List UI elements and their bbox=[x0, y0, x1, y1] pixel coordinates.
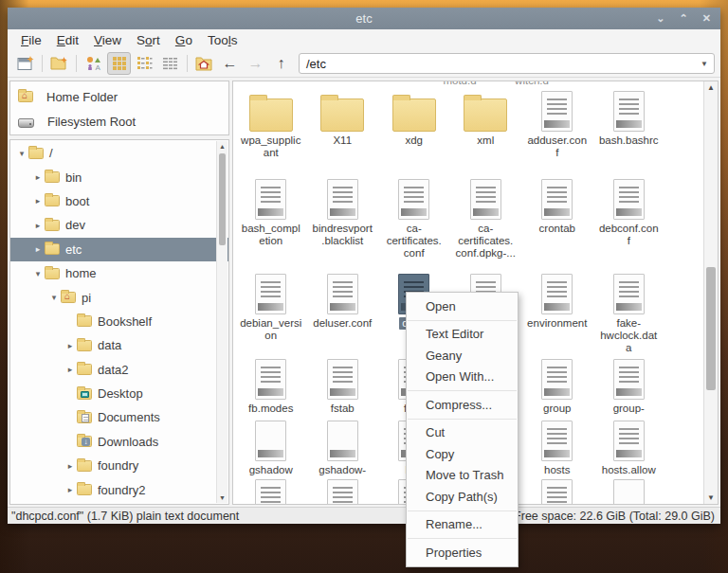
icon-view-button[interactable] bbox=[107, 52, 131, 75]
path-bar[interactable]: /etc ▼ bbox=[299, 53, 715, 74]
expander-closed-icon[interactable]: ▸ bbox=[31, 196, 45, 206]
file-item[interactable]: bindresvport .blacklist bbox=[307, 177, 379, 272]
context-menu-item-cut[interactable]: Cut bbox=[407, 422, 518, 444]
forward-button[interactable]: → bbox=[244, 52, 267, 75]
file-item[interactable] bbox=[593, 477, 665, 505]
file-item[interactable] bbox=[521, 477, 593, 505]
expander-open-icon[interactable]: ▾ bbox=[15, 149, 28, 158]
tree-item-root[interactable]: ▾/ bbox=[10, 141, 216, 165]
scroll-down-icon[interactable]: ▼ bbox=[217, 494, 228, 501]
close-icon[interactable]: ✕ bbox=[702, 13, 711, 24]
tree-item-foundry2[interactable]: ▸foundry2 bbox=[10, 477, 216, 501]
home-button[interactable] bbox=[192, 52, 216, 75]
context-menu-item-copy[interactable]: Copy bbox=[407, 443, 518, 465]
menubar-item-go[interactable]: Go bbox=[168, 31, 200, 49]
context-menu-item-geany[interactable]: Geany bbox=[407, 345, 518, 367]
titlebar[interactable]: etc ⌄ ⌃ ✕ bbox=[8, 8, 720, 29]
context-menu-item-text-editor[interactable]: Text Editor bbox=[407, 324, 518, 346]
expander-closed-icon[interactable]: ▸ bbox=[31, 172, 45, 182]
file-item[interactable]: group bbox=[521, 357, 593, 419]
menubar-item-tools[interactable]: Tools bbox=[200, 31, 246, 49]
context-menu-item-move-to-trash[interactable]: Move to Trash bbox=[407, 465, 518, 487]
tree-scrollbar-thumb[interactable] bbox=[219, 153, 226, 245]
tree-item-data[interactable]: ▸data bbox=[10, 333, 216, 357]
expander-open-icon[interactable]: ▾ bbox=[31, 269, 45, 278]
file-item[interactable]: X11 bbox=[307, 89, 379, 177]
new-window-button[interactable] bbox=[13, 52, 37, 75]
file-item[interactable]: xdg bbox=[378, 89, 450, 177]
file-item[interactable]: debian_versi on bbox=[235, 272, 307, 357]
compact-view-button[interactable] bbox=[133, 52, 156, 75]
tree-item-dev[interactable]: ▸dev bbox=[10, 213, 216, 237]
tree-item-boot[interactable]: ▸boot bbox=[10, 189, 216, 213]
file-item[interactable]: hosts.allow bbox=[593, 419, 665, 477]
file-item[interactable]: debconf.con f bbox=[593, 177, 665, 272]
context-menu-item-open-with[interactable]: Open With... bbox=[407, 367, 518, 388]
expander-closed-icon[interactable]: ▸ bbox=[64, 341, 77, 350]
tree-item-bin[interactable]: ▸bin bbox=[10, 165, 216, 188]
file-item[interactable]: bash_compl etion bbox=[235, 177, 307, 272]
file-item[interactable]: fake- hwclock.dat a bbox=[593, 272, 665, 357]
scroll-down-icon[interactable]: ▼ bbox=[704, 493, 718, 502]
directory-tree: ▾/▸bin▸boot▸dev▸etc▾home▾⌂piBookshelf▸da… bbox=[10, 141, 216, 503]
tree-item-foundry[interactable]: ▸foundry bbox=[10, 454, 216, 477]
expander-closed-icon[interactable]: ▸ bbox=[31, 244, 45, 254]
file-item[interactable]: ca- certificates. conf bbox=[378, 177, 450, 272]
path-dropdown-icon[interactable]: ▼ bbox=[699, 60, 710, 68]
expander-open-icon[interactable]: ▾ bbox=[47, 293, 61, 302]
file-item[interactable]: crontab bbox=[521, 177, 593, 272]
tree-scrollbar[interactable]: ▲ ▼ bbox=[216, 141, 228, 503]
scroll-up-icon[interactable]: ▲ bbox=[217, 143, 228, 150]
back-button[interactable]: ← bbox=[218, 52, 242, 75]
menubar-item-edit[interactable]: Edit bbox=[49, 31, 86, 49]
expander-closed-icon[interactable]: ▸ bbox=[64, 365, 77, 374]
file-item[interactable] bbox=[235, 477, 307, 505]
thumbnail-view-icon: A bbox=[86, 56, 101, 71]
file-item[interactable]: wpa_supplic ant bbox=[235, 89, 307, 177]
file-item[interactable]: adduser.con f bbox=[521, 89, 593, 177]
file-scrollbar-thumb[interactable] bbox=[706, 267, 716, 390]
menubar-item-view[interactable]: View bbox=[86, 31, 129, 49]
file-item[interactable]: group- bbox=[593, 357, 665, 419]
tree-item-Desktop[interactable]: Desktop bbox=[10, 382, 216, 405]
tree-item-Downloads[interactable]: ↓Downloads bbox=[10, 430, 216, 454]
file-item[interactable]: fb.modes bbox=[235, 357, 307, 419]
up-button[interactable]: ↑ bbox=[269, 52, 293, 75]
tree-item-Documents[interactable]: Documents bbox=[10, 405, 216, 429]
file-item[interactable]: xml bbox=[450, 89, 522, 177]
context-menu-item-rename[interactable]: Rename... bbox=[407, 514, 518, 536]
minimize-icon[interactable]: ⌄ bbox=[656, 13, 664, 24]
thumbnail-view-button[interactable]: A bbox=[82, 52, 105, 75]
new-tab-button[interactable] bbox=[47, 52, 71, 75]
path-input[interactable]: /etc bbox=[306, 57, 699, 71]
tree-item-home[interactable]: ▾home bbox=[10, 261, 216, 285]
context-menu-item-compress[interactable]: Compress... bbox=[407, 394, 518, 416]
menubar-item-sort[interactable]: Sort bbox=[129, 31, 168, 49]
tree-item-pi[interactable]: ▾⌂pi bbox=[10, 285, 216, 309]
file-item[interactable] bbox=[307, 477, 379, 505]
context-menu-item-copy-path-s[interactable]: Copy Path(s) bbox=[407, 486, 518, 508]
expander-closed-icon[interactable]: ▸ bbox=[31, 221, 45, 230]
context-menu-item-open[interactable]: Open bbox=[407, 295, 518, 317]
file-item[interactable]: environment bbox=[521, 272, 593, 357]
menubar-item-file[interactable]: File bbox=[13, 31, 49, 49]
file-item[interactable]: gshadow bbox=[235, 419, 307, 477]
file-item[interactable]: gshadow- bbox=[307, 419, 379, 477]
place-item-home-folder[interactable]: ⌂Home Folder bbox=[10, 84, 228, 109]
detailed-list-view-button[interactable] bbox=[158, 52, 182, 75]
file-item[interactable]: bash.bashrc bbox=[593, 89, 665, 177]
context-menu-item-properties[interactable]: Properties bbox=[407, 542, 518, 564]
maximize-icon[interactable]: ⌃ bbox=[680, 13, 688, 24]
tree-item-etc[interactable]: ▸etc bbox=[10, 238, 228, 261]
scroll-up-icon[interactable]: ▲ bbox=[704, 83, 718, 92]
file-pane-scrollbar[interactable]: ▲ ▼ bbox=[703, 81, 718, 504]
place-item-filesystem-root[interactable]: Filesystem Root bbox=[10, 109, 228, 134]
expander-closed-icon[interactable]: ▸ bbox=[64, 485, 77, 494]
file-item[interactable]: ca- certificates. conf.dpkg-... bbox=[450, 177, 522, 272]
file-item[interactable]: hosts bbox=[521, 419, 593, 477]
expander-closed-icon[interactable]: ▸ bbox=[64, 461, 77, 471]
file-item[interactable]: fstab bbox=[307, 357, 379, 419]
file-item[interactable]: deluser.conf bbox=[307, 272, 379, 357]
tree-item-data2[interactable]: ▸data2 bbox=[10, 358, 216, 382]
tree-item-Bookshelf[interactable]: Bookshelf bbox=[10, 310, 216, 333]
